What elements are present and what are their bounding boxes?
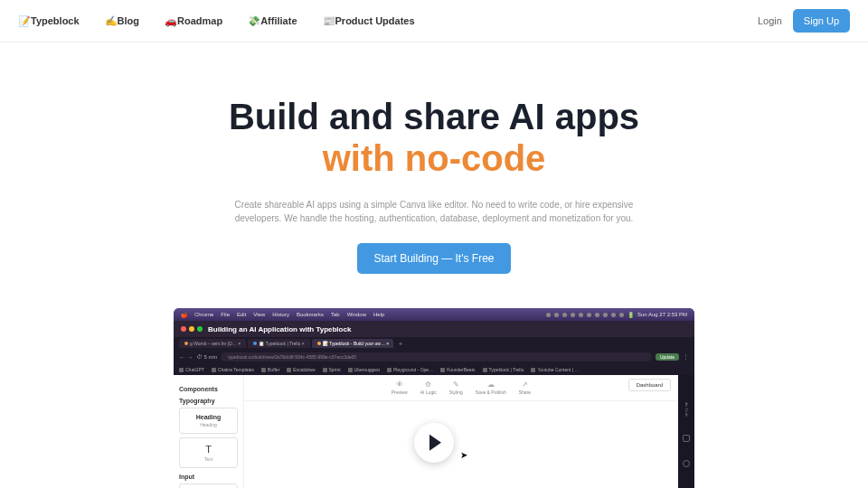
logo[interactable]: 📝Typeblock xyxy=(18,15,80,27)
maximize-icon xyxy=(197,326,203,332)
toolbar-preview: 👁Preview xyxy=(392,380,408,395)
sidebar-section-typography: Typography xyxy=(179,398,238,404)
update-badge: Update xyxy=(656,353,679,361)
mac-menu-bar: 🍎 Chrome File Edit View History Bookmark… xyxy=(174,308,694,321)
nav-blog[interactable]: ✍️Blog xyxy=(105,15,139,27)
nav-product-updates[interactable]: 📰Product Updates xyxy=(323,15,415,27)
bookmark-item: Typeblock | Trello xyxy=(483,367,524,372)
bookmark-item: Buffer xyxy=(261,367,279,372)
signup-button[interactable]: Sign Up xyxy=(793,9,850,33)
traffic-lights xyxy=(181,326,203,332)
login-link[interactable]: Login xyxy=(758,15,782,26)
bookmark-item: Playground - Ope… xyxy=(387,367,433,372)
play-icon xyxy=(429,435,441,451)
browser-url-bar: ← → ⏱ 5 min typeblock.co/build/new/2e78d… xyxy=(174,350,694,364)
sidebar-section-input: Input xyxy=(179,474,238,480)
cursor-icon: ➤ xyxy=(460,450,467,460)
nav-affiliate[interactable]: 💸Affiliate xyxy=(248,15,297,27)
mac-status: 🔋 Sun Aug 27 2:53 PM xyxy=(546,312,687,318)
browser-tab: 📋 Typeblock | Trello × xyxy=(248,339,309,348)
browser-tab: g Womb – sein.fm (D… × xyxy=(179,339,246,348)
component-text: T Text xyxy=(179,437,238,468)
share-icon: ↗ xyxy=(519,380,531,389)
close-icon xyxy=(181,326,186,332)
component-heading: Heading Heading xyxy=(179,408,238,434)
url-field: typeblock.co/build/new/2e78dc8f-504c-458… xyxy=(221,352,652,361)
window-title-bar: Building an AI Application with Typebloc… xyxy=(174,321,694,337)
hero-section: Build and share AI apps with no-code Cre… xyxy=(0,42,868,292)
editor-canvas: 👁Preview ⚙AI Logic ✎Styling ☁Save & Publ… xyxy=(244,375,678,488)
browser-tabs: g Womb – sein.fm (D… × 📋 Typeblock | Tre… xyxy=(174,337,694,350)
bookmark-item: Chakra Templates xyxy=(212,367,254,372)
demo-video[interactable]: 🍎 Chrome File Edit View History Bookmark… xyxy=(174,308,694,488)
toolbar-save: ☁Save & Publish xyxy=(476,380,506,395)
toolbar-ai-logic: ⚙AI Logic xyxy=(420,380,437,395)
bookmark-item: Sprint xyxy=(323,367,341,372)
bookmark-item: FounderBeats xyxy=(440,367,475,372)
mac-menus: 🍎 Chrome File Edit View History Bookmark… xyxy=(181,312,384,318)
pencil-icon: ✎ xyxy=(449,380,463,389)
vscode-rail: dio Code xyxy=(678,375,694,488)
dashboard-button: Dashboard xyxy=(628,379,671,391)
bookmark-item: Youtube Content | … xyxy=(531,367,579,372)
bookmark-item: ChatGPT xyxy=(179,367,204,372)
toolbar-share: ↗Share xyxy=(519,380,531,395)
component-input: Input xyxy=(179,483,238,488)
sidebar-section-components: Components xyxy=(179,386,238,392)
play-button[interactable] xyxy=(414,423,454,463)
bookmarks-bar: ChatGPT Chakra Templates Buffer Excalidr… xyxy=(174,364,694,375)
hero-title: Build and share AI apps xyxy=(18,97,850,136)
nav-right: Login Sign Up xyxy=(758,9,850,33)
hero-subtitle: with no-code xyxy=(18,138,850,178)
start-building-button[interactable]: Start Building — It's Free xyxy=(357,243,510,274)
site-header: 📝Typeblock ✍️Blog 🚗Roadmap 💸Affiliate 📰P… xyxy=(0,0,868,42)
eye-icon: 👁 xyxy=(392,380,408,389)
gear-icon xyxy=(683,460,690,467)
nav-roadmap[interactable]: 🚗Roadmap xyxy=(165,15,222,27)
toolbar-styling: ✎Styling xyxy=(449,380,463,395)
editor-sidebar: Components Typography Heading Heading T … xyxy=(174,375,244,488)
timer-badge: ⏱ 5 min xyxy=(197,354,217,360)
rail-icon xyxy=(683,435,690,442)
text-icon: T xyxy=(184,444,233,455)
browser-tab-active: 📝 Typeblock - Build your ow… × xyxy=(312,339,393,348)
gear-icon: ⚙ xyxy=(420,380,437,389)
bookmark-item: Ubersuggest xyxy=(348,367,380,372)
editor-toolbar: 👁Preview ⚙AI Logic ✎Styling ☁Save & Publ… xyxy=(244,375,678,401)
hero-description: Create shareable AI apps using a simple … xyxy=(217,198,651,225)
nav-left: 📝Typeblock ✍️Blog 🚗Roadmap 💸Affiliate 📰P… xyxy=(18,15,415,27)
minimize-icon xyxy=(189,326,194,332)
cloud-icon: ☁ xyxy=(476,380,506,389)
window-title: Building an AI Application with Typebloc… xyxy=(208,325,687,333)
bookmark-item: Excalidraw xyxy=(287,367,315,372)
